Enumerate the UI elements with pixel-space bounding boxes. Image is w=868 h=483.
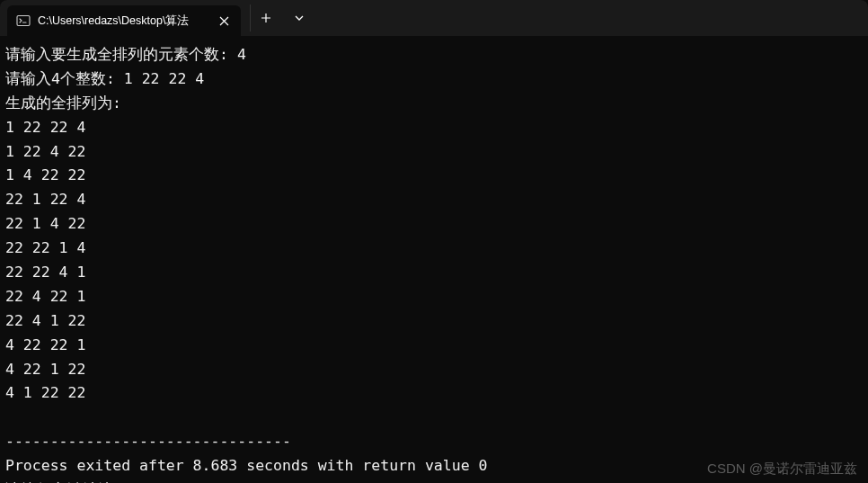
exit-message: Process exited after 8.683 seconds with … (5, 457, 487, 474)
permutation-line: 1 22 22 4 (5, 119, 85, 136)
permutation-line: 4 22 22 1 (5, 336, 85, 353)
svg-rect-0 (17, 16, 30, 26)
prompt-ints-label: 请输入4个整数: (5, 70, 124, 87)
terminal-output[interactable]: 请输入要生成全排列的元素个数: 4 请输入4个整数: 1 22 22 4 生成的… (0, 36, 868, 483)
permutation-line: 22 22 1 4 (5, 239, 85, 256)
permutation-line: 22 1 22 4 (5, 191, 85, 208)
permutation-line: 4 1 22 22 (5, 384, 85, 401)
tab-dropdown-button[interactable] (284, 4, 314, 31)
tab-close-button[interactable] (216, 13, 232, 29)
permutation-line: 4 22 1 22 (5, 361, 85, 378)
active-tab[interactable]: C:\Users\redazs\Desktop\算法 (7, 5, 241, 36)
prompt-ints-value: 1 22 22 4 (124, 70, 204, 87)
separator-line: -------------------------------- (5, 433, 291, 450)
window-titlebar: C:\Users\redazs\Desktop\算法 (0, 0, 868, 36)
new-tab-button[interactable] (250, 4, 280, 31)
permutation-line: 22 4 22 1 (5, 288, 85, 305)
permutation-line: 22 22 4 1 (5, 264, 85, 281)
permutation-line: 1 22 4 22 (5, 143, 85, 160)
tab-title: C:\Users\redazs\Desktop\算法 (38, 13, 208, 29)
prompt-count-value: 4 (237, 46, 246, 63)
prompt-count-label: 请输入要生成全排列的元素个数: (5, 46, 237, 63)
titlebar-actions (246, 4, 314, 31)
permutation-line: 22 1 4 22 (5, 215, 85, 232)
terminal-icon (16, 13, 31, 28)
permutation-line: 22 4 1 22 (5, 312, 85, 329)
output-header: 生成的全排列为: (5, 94, 121, 112)
permutation-line: 1 4 22 22 (5, 166, 85, 183)
